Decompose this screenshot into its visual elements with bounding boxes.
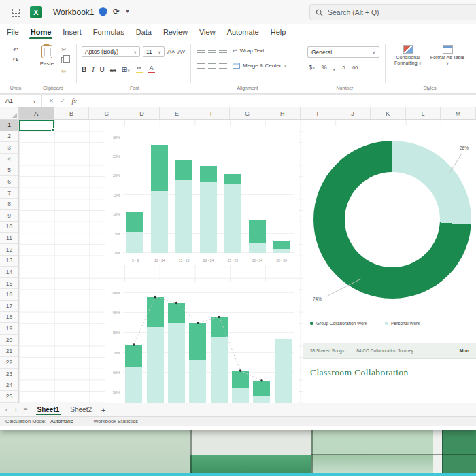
chart-stacked-bar-ages[interactable]: 0%5%10%15%20%25%30%5 - 910 - 1415 - 1920… bbox=[105, 126, 299, 265]
row-header-16[interactable]: 16 bbox=[0, 289, 18, 301]
row-header-13[interactable]: 13 bbox=[0, 256, 18, 267]
fill-color-button[interactable]: ✏ bbox=[136, 65, 143, 74]
row-header-10[interactable]: 10 bbox=[0, 222, 18, 233]
row-header-24[interactable]: 24 bbox=[0, 379, 18, 391]
row-header-21[interactable]: 21 bbox=[0, 346, 18, 358]
italic-button[interactable]: I bbox=[92, 66, 94, 73]
format-painter-icon[interactable]: ✏ bbox=[61, 67, 67, 75]
menu-tab-help[interactable]: Help bbox=[271, 28, 286, 36]
percent-button[interactable]: % bbox=[321, 64, 326, 71]
column-header-B[interactable]: B bbox=[54, 107, 90, 119]
row-header-17[interactable]: 17 bbox=[0, 301, 18, 312]
underline-button[interactable]: U bbox=[100, 66, 105, 73]
align-middle-icon[interactable] bbox=[208, 48, 216, 54]
calc-mode-value[interactable]: Automatic bbox=[50, 418, 73, 424]
row-header-8[interactable]: 8 bbox=[0, 199, 18, 210]
sheet-tab-sheet1[interactable]: Sheet1 bbox=[35, 403, 63, 416]
insert-function-icon[interactable]: fx bbox=[71, 97, 76, 105]
row-header-6[interactable]: 6 bbox=[0, 176, 18, 188]
undo-button[interactable]: ↶ bbox=[13, 46, 18, 54]
row-header-18[interactable]: 18 bbox=[0, 312, 18, 324]
autosave-sync-icon[interactable]: ⟳ bbox=[113, 7, 120, 16]
font-name-select[interactable]: Aptos (Body)∨ bbox=[82, 46, 140, 57]
currency-button[interactable]: $∨ bbox=[309, 64, 315, 71]
redo-button[interactable]: ↷ bbox=[13, 56, 18, 64]
cut-icon[interactable]: ✂ bbox=[61, 45, 67, 54]
decrease-decimal-button[interactable]: .00 bbox=[351, 65, 358, 70]
strikethrough-button[interactable]: ab bbox=[110, 67, 116, 73]
row-header-4[interactable]: 4 bbox=[0, 154, 18, 165]
increase-decimal-button[interactable]: .0 bbox=[341, 65, 345, 70]
row-header-5[interactable]: 5 bbox=[0, 165, 18, 177]
row-header-11[interactable]: 11 bbox=[0, 233, 18, 244]
column-header-F[interactable]: F bbox=[194, 107, 230, 119]
decrease-indent-icon[interactable] bbox=[197, 68, 205, 74]
column-header-G[interactable]: G bbox=[230, 107, 265, 119]
workbook-statistics[interactable]: Workbook Statistics bbox=[93, 418, 138, 424]
number-format-select[interactable]: General∨ bbox=[307, 46, 379, 58]
chevron-down-icon[interactable]: ▼ bbox=[125, 9, 130, 14]
add-sheet-button[interactable]: + bbox=[101, 406, 105, 414]
merge-center-button[interactable]: Merge & Center ∨ bbox=[233, 63, 287, 69]
align-right-icon[interactable] bbox=[219, 58, 227, 64]
row-header-1[interactable]: 1 bbox=[0, 120, 18, 131]
sheet-tab-sheet2[interactable]: Sheet2 bbox=[67, 403, 95, 416]
align-top-icon[interactable] bbox=[197, 48, 205, 54]
row-header-22[interactable]: 22 bbox=[0, 357, 18, 369]
row-header-9[interactable]: 9 bbox=[0, 210, 18, 222]
row-header-7[interactable]: 7 bbox=[0, 188, 18, 199]
menu-tab-automate[interactable]: Automate bbox=[227, 28, 259, 36]
orientation-icon[interactable] bbox=[219, 68, 227, 74]
menu-tab-view[interactable]: View bbox=[199, 28, 216, 36]
selected-cell-A1[interactable] bbox=[19, 120, 54, 131]
menu-tab-data[interactable]: Data bbox=[136, 28, 152, 36]
column-header-J[interactable]: J bbox=[335, 107, 371, 119]
row-header-12[interactable]: 12 bbox=[0, 244, 18, 256]
row-header-15[interactable]: 15 bbox=[0, 278, 18, 290]
column-header-E[interactable]: E bbox=[160, 107, 195, 119]
align-bottom-icon[interactable] bbox=[219, 48, 227, 54]
sheet-list-icon[interactable]: ≡ bbox=[24, 406, 28, 413]
row-header-25[interactable]: 25 bbox=[0, 391, 18, 403]
row-header-20[interactable]: 20 bbox=[0, 335, 18, 346]
menu-tab-file[interactable]: File bbox=[7, 28, 19, 36]
workbook-title[interactable]: Workbook1 bbox=[53, 7, 94, 17]
row-header-14[interactable]: 14 bbox=[0, 267, 18, 278]
font-color-button[interactable]: A bbox=[148, 65, 155, 74]
align-center-icon[interactable] bbox=[208, 58, 216, 64]
comma-style-button[interactable]: , bbox=[333, 63, 335, 71]
app-launcher-icon[interactable] bbox=[11, 8, 20, 17]
decrease-font-icon[interactable]: A˅ bbox=[177, 48, 185, 55]
row-header-2[interactable]: 2 bbox=[0, 131, 18, 143]
menu-tab-home[interactable]: Home bbox=[31, 28, 52, 36]
align-left-icon[interactable] bbox=[197, 58, 205, 64]
increase-font-icon[interactable]: A˄ bbox=[167, 48, 175, 55]
font-size-select[interactable]: 11∨ bbox=[143, 46, 165, 57]
column-header-H[interactable]: H bbox=[265, 107, 301, 119]
chart-stacked-bar-trend[interactable]: 50%60%70%80%90%100% bbox=[105, 282, 299, 403]
column-header-K[interactable]: K bbox=[371, 107, 406, 119]
donut-and-stats-card[interactable]: 26% 74% Group Collaboration WorkPersonal… bbox=[303, 126, 476, 403]
name-box[interactable]: A1∨ bbox=[0, 95, 42, 107]
bold-button[interactable]: B bbox=[82, 66, 86, 73]
row-header-19[interactable]: 19 bbox=[0, 323, 18, 335]
row-header-3[interactable]: 3 bbox=[0, 142, 18, 154]
menu-tab-insert[interactable]: Insert bbox=[63, 28, 82, 36]
column-header-I[interactable]: I bbox=[301, 107, 336, 119]
column-header-L[interactable]: L bbox=[406, 107, 441, 119]
increase-indent-icon[interactable] bbox=[208, 68, 216, 74]
select-all-corner[interactable] bbox=[0, 107, 19, 120]
menu-tab-review[interactable]: Review bbox=[163, 28, 188, 36]
search-input[interactable]: Search (Alt + Q) bbox=[309, 4, 476, 20]
confirm-entry-icon[interactable]: ✓ bbox=[61, 98, 65, 104]
column-header-M[interactable]: M bbox=[441, 107, 476, 119]
copy-icon[interactable] bbox=[61, 56, 67, 65]
format-as-table-button[interactable]: Format As Table ∨ bbox=[428, 45, 466, 67]
conditional-formatting-button[interactable]: Conditional Formatting ∨ bbox=[389, 45, 427, 67]
prev-sheet-icon[interactable]: ‹ bbox=[5, 406, 7, 413]
column-header-C[interactable]: C bbox=[89, 107, 124, 119]
next-sheet-icon[interactable]: › bbox=[14, 406, 16, 413]
row-header-23[interactable]: 23 bbox=[0, 369, 18, 380]
column-header-A[interactable]: A bbox=[19, 107, 54, 119]
menu-tab-formulas[interactable]: Formulas bbox=[93, 28, 124, 36]
